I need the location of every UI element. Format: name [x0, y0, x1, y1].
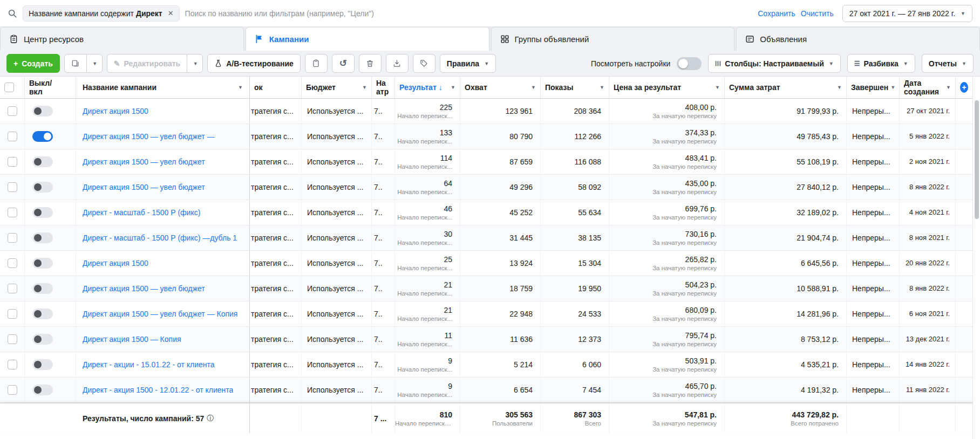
toggle-knob — [34, 386, 42, 394]
row-checkbox[interactable] — [8, 182, 17, 192]
row-checkbox[interactable] — [8, 208, 17, 217]
row-checkbox[interactable] — [8, 360, 17, 369]
tab-ads[interactable]: Объявления — [736, 27, 980, 51]
delete-button[interactable] — [359, 54, 382, 73]
column-header-cost-per-result[interactable]: Цена за результат▼ — [609, 77, 725, 98]
campaign-name-link[interactable]: Директ акция 1500 — увел бюджет — — [83, 132, 215, 141]
reach-cell: 6 654 — [460, 378, 541, 402]
campaign-name-link[interactable]: Директ акция 1500 — [83, 107, 148, 115]
filter-chip[interactable]: Название кампании содержитДирект ✕ — [23, 5, 180, 22]
attribution-cell: 7.. — [372, 175, 395, 200]
attribution-cell: 7.. — [372, 200, 395, 225]
spent-cell: 14 281,96 р. — [725, 301, 847, 326]
campaign-name-link[interactable]: Директ акция 1500 — увел бюджет — [83, 183, 205, 191]
campaign-toggle[interactable] — [32, 106, 53, 116]
row-checkbox[interactable] — [8, 334, 17, 344]
row-checkbox[interactable] — [8, 106, 17, 116]
campaign-toggle[interactable] — [32, 156, 53, 167]
bid-strategy-cell: тратегия с... — [250, 149, 302, 174]
toggle-knob — [44, 133, 51, 140]
ab-test-button[interactable]: A/B-тестирование — [207, 54, 301, 73]
tab-campaigns[interactable]: Кампании — [246, 27, 489, 51]
campaign-toggle[interactable] — [32, 131, 53, 142]
create-button[interactable]: + Создать — [6, 54, 60, 73]
campaign-toggle[interactable] — [32, 334, 53, 345]
campaign-name-link[interactable]: Директ акция 1500 — [83, 259, 148, 267]
column-header-name[interactable]: Название кампании▼ — [76, 77, 250, 98]
rules-button[interactable]: Правила ▼ — [440, 54, 496, 73]
select-all-checkbox[interactable] — [4, 83, 14, 92]
tab-resource-center[interactable]: Центр ресурсов — [0, 27, 244, 51]
campaign-toggle[interactable] — [32, 359, 53, 370]
tab-adsets[interactable]: Группы объявлений — [491, 27, 735, 51]
duplicate-button[interactable] — [64, 54, 87, 73]
spent-cell: 6 645,56 р. — [725, 251, 847, 276]
export-button[interactable] — [386, 54, 409, 73]
column-header-result[interactable]: Результат↓▼ — [395, 77, 460, 98]
vertical-scrollbar[interactable] — [972, 77, 980, 439]
campaign-name-link[interactable]: Директ - масштаб - 1500 Р (фикс) —дубль … — [83, 234, 237, 242]
campaign-name-link[interactable]: Директ акция 1500 — Копия — [83, 335, 181, 344]
column-header-select-all[interactable] — [0, 77, 25, 98]
spent-cell: 4 191,32 р. — [725, 378, 847, 402]
budget-cell: Используется ... — [302, 175, 372, 200]
cost-per-result-cell: 730,16 р.За начатую переписку — [609, 225, 725, 250]
campaign-toggle[interactable] — [32, 232, 53, 243]
footer-spent: 443 729,82 р.Всего потрачено — [725, 403, 847, 433]
campaign-name-link[interactable]: Директ акция 1500 — увел бюджет — Копия — [83, 310, 237, 318]
row-checkbox[interactable] — [8, 309, 17, 319]
cost-per-result-cell: 265,82 р.За начатую переписку — [609, 251, 725, 276]
edit-dropdown-button[interactable]: ▼ — [187, 54, 203, 73]
row-checkbox[interactable] — [8, 157, 17, 167]
column-header-add: + — [956, 77, 972, 98]
row-checkbox[interactable] — [8, 385, 17, 395]
save-filter-link[interactable]: Сохранить — [758, 9, 795, 18]
row-checkbox[interactable] — [8, 258, 17, 268]
undo-button[interactable]: ↺ — [332, 54, 355, 73]
campaign-toggle[interactable] — [32, 182, 53, 193]
add-column-icon[interactable]: + — [960, 82, 968, 93]
campaign-toggle[interactable] — [32, 207, 53, 218]
duplicate-dropdown-button[interactable]: ▼ — [86, 54, 103, 73]
column-header-ends[interactable]: Завершен▼ — [847, 77, 900, 98]
campaign-name-link[interactable]: Директ - масштаб - 1500 Р (фикс) — [83, 208, 200, 217]
bid-strategy-cell: тратегия с... — [250, 378, 302, 402]
column-header-budget[interactable]: Бюджет▼ — [302, 77, 372, 98]
column-header-created[interactable]: Дата создания▼ — [900, 77, 956, 98]
column-header-bid-strategy[interactable]: ок — [250, 77, 302, 98]
footer-impressions: 867 303Всего — [541, 403, 609, 433]
row-checkbox[interactable] — [8, 233, 17, 243]
toggle-knob — [34, 310, 42, 318]
edit-button[interactable]: ✎ Редактировать — [107, 54, 187, 73]
clear-filter-link[interactable]: Очистить — [801, 9, 834, 18]
row-checkbox[interactable] — [8, 284, 17, 293]
campaign-toggle[interactable] — [32, 385, 53, 395]
view-settings-toggle[interactable] — [677, 57, 702, 70]
column-header-reach[interactable]: Охват▼ — [460, 77, 541, 98]
search-input[interactable] — [185, 9, 753, 18]
chevron-down-icon: ▼ — [837, 85, 842, 90]
date-range-picker[interactable]: 27 окт 2021 г. — 27 янв 2022 г. ▼ — [842, 5, 972, 22]
filter-chip-close-icon[interactable]: ✕ — [168, 9, 174, 17]
column-header-attribution[interactable]: На атр — [372, 77, 395, 98]
row-checkbox[interactable] — [8, 132, 17, 141]
campaign-name-link[interactable]: Директ - акция 1500 - 12.01.22 - от клие… — [83, 386, 233, 394]
tag-button[interactable] — [413, 54, 435, 73]
reach-cell: 31 445 — [460, 225, 541, 250]
table-row: Директ акция 1500 — увел бюджет тратегия… — [0, 276, 972, 301]
columns-button[interactable]: ☰ Столбцы: Настраиваемый ▼ — [708, 54, 840, 73]
column-header-impressions[interactable]: Показы▼ — [541, 77, 609, 98]
campaign-toggle[interactable] — [32, 308, 53, 319]
column-header-spent[interactable]: Сумма затрат▼ — [725, 77, 847, 98]
info-icon[interactable]: ⓘ — [207, 414, 214, 423]
scrollbar-thumb[interactable] — [975, 100, 979, 219]
campaign-name-link[interactable]: Директ - акции - 15.01.22 - от клиента — [83, 360, 215, 369]
breakdown-button[interactable]: ☰ Разбивка ▼ — [847, 54, 915, 73]
campaign-toggle[interactable] — [32, 258, 53, 269]
clipboard-button[interactable] — [305, 54, 328, 73]
campaign-name-link[interactable]: Директ акция 1500 — увел бюджет — [83, 157, 205, 166]
campaign-toggle[interactable] — [32, 283, 53, 294]
campaign-name-link[interactable]: Директ акция 1500 — увел бюджет — [83, 284, 205, 293]
footer-result: 810Начало переписки ... — [395, 403, 460, 433]
reports-button[interactable]: Отчеты ▼ — [922, 54, 974, 73]
